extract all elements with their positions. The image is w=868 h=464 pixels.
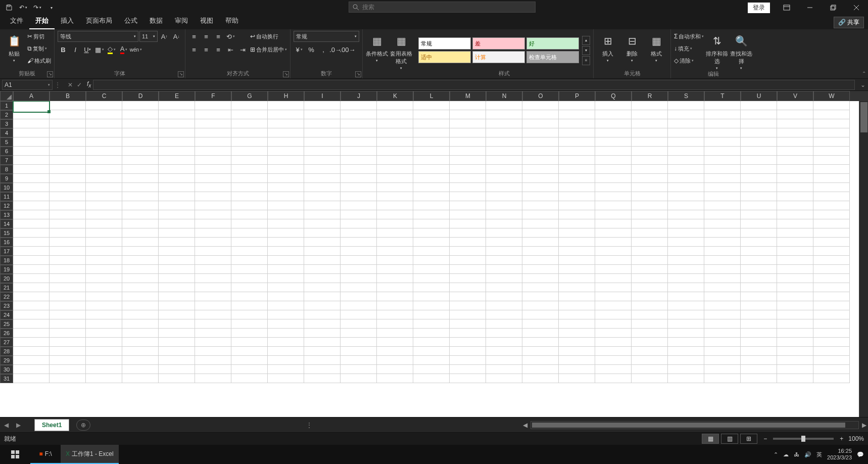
cell[interactable] xyxy=(377,201,413,210)
cell[interactable] xyxy=(268,374,304,383)
tab-页面布局[interactable]: 页面布局 xyxy=(80,13,118,29)
cell[interactable] xyxy=(777,210,813,219)
cell[interactable] xyxy=(777,274,813,283)
page-break-view-icon[interactable]: ⊞ xyxy=(740,434,757,444)
cell[interactable] xyxy=(668,210,704,219)
cell[interactable] xyxy=(741,283,777,292)
row-header[interactable]: 20 xyxy=(0,274,13,283)
cell[interactable] xyxy=(304,119,341,128)
cell[interactable] xyxy=(741,374,777,383)
cell[interactable] xyxy=(741,174,777,183)
cell[interactable] xyxy=(522,183,559,192)
cell[interactable] xyxy=(268,119,304,128)
cell[interactable] xyxy=(341,119,377,128)
cell[interactable] xyxy=(13,165,50,174)
cell[interactable] xyxy=(86,101,122,110)
cell[interactable] xyxy=(304,147,341,156)
collapse-ribbon-icon[interactable]: ⌃ xyxy=(862,71,866,76)
cell[interactable] xyxy=(13,228,50,238)
cell[interactable] xyxy=(668,247,704,256)
cell[interactable] xyxy=(268,101,304,110)
cell[interactable] xyxy=(231,356,268,365)
cell[interactable] xyxy=(668,329,704,338)
tray-notifications-icon[interactable]: 💬 xyxy=(857,451,864,458)
wrap-text-button[interactable]: ↩自动换行 xyxy=(250,31,287,42)
row-header[interactable]: 18 xyxy=(0,256,13,265)
minimize-icon[interactable] xyxy=(798,0,822,15)
cell[interactable] xyxy=(522,319,559,329)
cell[interactable] xyxy=(413,374,450,383)
cell[interactable] xyxy=(813,238,850,247)
new-sheet-button[interactable]: ⊕ xyxy=(76,420,90,431)
cell[interactable] xyxy=(377,210,413,219)
cell[interactable] xyxy=(559,365,595,374)
column-header[interactable]: I xyxy=(304,91,341,101)
align-right-icon[interactable]: ≡ xyxy=(213,44,224,55)
cell[interactable] xyxy=(704,210,741,219)
cell[interactable] xyxy=(304,274,341,283)
cell[interactable] xyxy=(341,228,377,238)
cell[interactable] xyxy=(559,329,595,338)
cell[interactable] xyxy=(86,183,122,192)
cell[interactable] xyxy=(50,174,86,183)
cell[interactable] xyxy=(559,147,595,156)
cell[interactable] xyxy=(559,283,595,292)
cell[interactable] xyxy=(377,147,413,156)
cell[interactable] xyxy=(741,210,777,219)
cell[interactable] xyxy=(450,201,486,210)
cell[interactable] xyxy=(304,219,341,228)
cell[interactable] xyxy=(704,338,741,347)
cell[interactable] xyxy=(595,183,632,192)
cell[interactable] xyxy=(813,347,850,356)
cell[interactable] xyxy=(777,301,813,310)
cell[interactable] xyxy=(450,274,486,283)
cell[interactable] xyxy=(450,292,486,301)
cell[interactable] xyxy=(413,319,450,329)
cell[interactable] xyxy=(813,292,850,301)
cell[interactable] xyxy=(813,156,850,165)
cell[interactable] xyxy=(413,256,450,265)
cell[interactable] xyxy=(377,274,413,283)
cell[interactable] xyxy=(122,338,159,347)
cell[interactable] xyxy=(595,174,632,183)
cell[interactable] xyxy=(377,165,413,174)
cell[interactable] xyxy=(377,137,413,147)
cell[interactable] xyxy=(50,292,86,301)
cell[interactable] xyxy=(231,347,268,356)
cell[interactable] xyxy=(450,174,486,183)
cell[interactable] xyxy=(559,292,595,301)
cell[interactable] xyxy=(595,156,632,165)
styles-scroll-down-icon[interactable]: ▾ xyxy=(582,46,590,55)
cell[interactable] xyxy=(159,283,195,292)
cell[interactable] xyxy=(377,219,413,228)
cell[interactable] xyxy=(195,183,231,192)
cell[interactable] xyxy=(159,228,195,238)
cell[interactable] xyxy=(377,183,413,192)
cell[interactable] xyxy=(595,110,632,119)
align-bottom-icon[interactable]: ≡ xyxy=(213,31,224,42)
redo-icon[interactable]: ↷▾ xyxy=(31,2,43,14)
style-cell[interactable]: 计算 xyxy=(472,51,525,63)
cell[interactable] xyxy=(122,265,159,274)
cell[interactable] xyxy=(268,110,304,119)
cell[interactable] xyxy=(741,347,777,356)
horizontal-scrollbar[interactable]: ◀ ▶ xyxy=(531,421,859,429)
cell[interactable] xyxy=(13,137,50,147)
cell[interactable] xyxy=(704,329,741,338)
sheet-nav-next-icon[interactable]: ▶ xyxy=(12,422,24,429)
cell[interactable] xyxy=(632,247,668,256)
cell[interactable] xyxy=(377,356,413,365)
cell[interactable] xyxy=(595,374,632,383)
dialog-launcher-icon[interactable]: ↘ xyxy=(178,71,184,77)
cell[interactable] xyxy=(486,292,522,301)
insert-cells-button[interactable]: ⊞插入▾ xyxy=(597,31,619,63)
cell[interactable] xyxy=(486,192,522,201)
merge-center-button[interactable]: ⊞合并后居中▾ xyxy=(250,44,287,55)
cell[interactable] xyxy=(595,310,632,319)
cell[interactable] xyxy=(50,319,86,329)
cell[interactable] xyxy=(268,174,304,183)
column-header[interactable]: A xyxy=(13,91,50,101)
cell[interactable] xyxy=(304,192,341,201)
cell[interactable] xyxy=(159,110,195,119)
cell[interactable] xyxy=(195,192,231,201)
